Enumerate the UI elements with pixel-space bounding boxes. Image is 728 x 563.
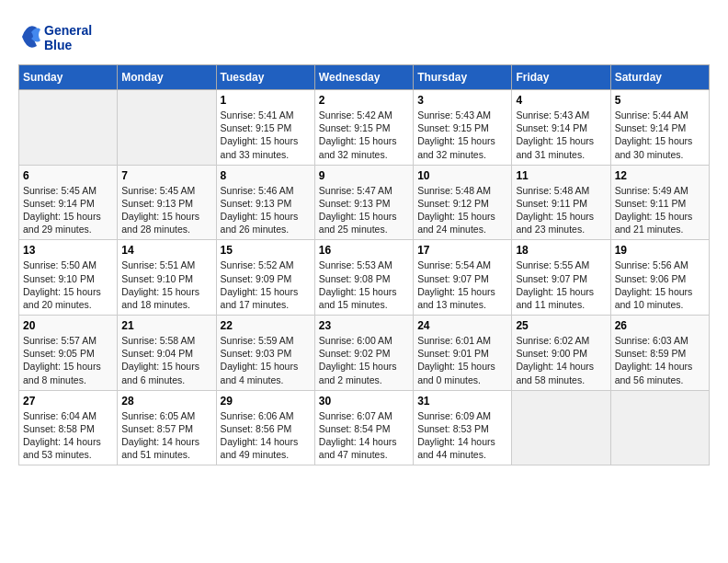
- cell-sun-info: Sunrise: 5:56 AMSunset: 9:06 PMDaylight:…: [615, 259, 705, 311]
- day-number: 18: [516, 244, 606, 257]
- cell-sun-info: Sunrise: 5:45 AMSunset: 9:13 PMDaylight:…: [121, 184, 211, 236]
- day-number: 5: [615, 94, 705, 107]
- cell-sun-info: Sunrise: 5:48 AMSunset: 9:11 PMDaylight:…: [516, 184, 606, 236]
- weekday-header-friday: Friday: [512, 65, 610, 90]
- calendar-week-row: 27Sunrise: 6:04 AMSunset: 8:58 PMDayligh…: [19, 390, 710, 465]
- calendar-cell: 7Sunrise: 5:45 AMSunset: 9:13 PMDaylight…: [118, 165, 216, 240]
- svg-text:Blue: Blue: [44, 38, 73, 52]
- day-number: 10: [417, 169, 507, 182]
- calendar-cell: 16Sunrise: 5:53 AMSunset: 9:08 PMDayligh…: [314, 240, 413, 316]
- day-number: 4: [516, 94, 606, 107]
- weekday-header-saturday: Saturday: [610, 65, 709, 90]
- weekday-header-wednesday: Wednesday: [314, 65, 413, 90]
- calendar-cell: 25Sunrise: 6:02 AMSunset: 9:00 PMDayligh…: [512, 316, 610, 391]
- cell-sun-info: Sunrise: 5:49 AMSunset: 9:11 PMDaylight:…: [615, 184, 705, 236]
- calendar-week-row: 6Sunrise: 5:45 AMSunset: 9:14 PMDaylight…: [19, 165, 710, 240]
- calendar-cell: [19, 90, 118, 166]
- day-number: 29: [221, 395, 311, 408]
- day-number: 3: [417, 94, 507, 107]
- cell-sun-info: Sunrise: 5:48 AMSunset: 9:12 PMDaylight:…: [417, 184, 507, 236]
- cell-sun-info: Sunrise: 5:47 AMSunset: 9:13 PMDaylight:…: [319, 184, 409, 236]
- day-number: 19: [615, 244, 705, 257]
- day-number: 11: [516, 169, 606, 182]
- weekday-header-sunday: Sunday: [19, 65, 118, 90]
- calendar-cell: 26Sunrise: 6:03 AMSunset: 8:59 PMDayligh…: [610, 316, 709, 391]
- cell-sun-info: Sunrise: 5:42 AMSunset: 9:15 PMDaylight:…: [319, 109, 409, 161]
- cell-sun-info: Sunrise: 5:44 AMSunset: 9:14 PMDaylight:…: [615, 109, 705, 161]
- calendar-cell: 8Sunrise: 5:46 AMSunset: 9:13 PMDaylight…: [216, 165, 314, 240]
- cell-sun-info: Sunrise: 6:04 AMSunset: 8:58 PMDaylight:…: [23, 409, 113, 462]
- cell-sun-info: Sunrise: 6:06 AMSunset: 8:56 PMDaylight:…: [221, 409, 311, 462]
- calendar-cell: 22Sunrise: 5:59 AMSunset: 9:03 PMDayligh…: [216, 316, 314, 391]
- day-number: 1: [221, 94, 311, 107]
- cell-sun-info: Sunrise: 5:46 AMSunset: 9:13 PMDaylight:…: [221, 184, 311, 236]
- day-number: 20: [23, 319, 113, 332]
- calendar-cell: 18Sunrise: 5:55 AMSunset: 9:07 PMDayligh…: [512, 240, 610, 316]
- day-number: 2: [319, 94, 409, 107]
- day-number: 28: [121, 395, 211, 408]
- logo-svg: GeneralBlue: [18, 18, 101, 55]
- calendar-cell: 13Sunrise: 5:50 AMSunset: 9:10 PMDayligh…: [19, 240, 118, 316]
- weekday-header-monday: Monday: [118, 65, 216, 90]
- calendar-cell: 14Sunrise: 5:51 AMSunset: 9:10 PMDayligh…: [118, 240, 216, 316]
- cell-sun-info: Sunrise: 5:55 AMSunset: 9:07 PMDaylight:…: [516, 259, 606, 311]
- day-number: 22: [221, 319, 311, 332]
- calendar-cell: 19Sunrise: 5:56 AMSunset: 9:06 PMDayligh…: [610, 240, 709, 316]
- day-number: 14: [121, 244, 211, 257]
- calendar-cell: 27Sunrise: 6:04 AMSunset: 8:58 PMDayligh…: [19, 390, 118, 465]
- calendar-cell: 28Sunrise: 6:05 AMSunset: 8:57 PMDayligh…: [118, 390, 216, 465]
- calendar-table: SundayMondayTuesdayWednesdayThursdayFrid…: [18, 64, 710, 465]
- day-number: 17: [417, 244, 507, 257]
- cell-sun-info: Sunrise: 5:54 AMSunset: 9:07 PMDaylight:…: [417, 259, 507, 311]
- calendar-week-row: 1Sunrise: 5:41 AMSunset: 9:15 PMDaylight…: [19, 90, 710, 166]
- calendar-cell: 6Sunrise: 5:45 AMSunset: 9:14 PMDaylight…: [19, 165, 118, 240]
- calendar-cell: 17Sunrise: 5:54 AMSunset: 9:07 PMDayligh…: [414, 240, 512, 316]
- day-number: 26: [615, 319, 705, 332]
- day-number: 13: [23, 244, 113, 257]
- svg-text:General: General: [44, 23, 92, 38]
- calendar-cell: 3Sunrise: 5:43 AMSunset: 9:15 PMDaylight…: [414, 90, 512, 166]
- day-number: 7: [121, 169, 211, 182]
- cell-sun-info: Sunrise: 5:53 AMSunset: 9:08 PMDaylight:…: [319, 259, 409, 311]
- day-number: 23: [319, 319, 409, 332]
- cell-sun-info: Sunrise: 6:00 AMSunset: 9:02 PMDaylight:…: [319, 334, 409, 386]
- cell-sun-info: Sunrise: 5:43 AMSunset: 9:14 PMDaylight:…: [516, 109, 606, 161]
- cell-sun-info: Sunrise: 6:07 AMSunset: 8:54 PMDaylight:…: [319, 409, 409, 462]
- day-number: 15: [221, 244, 311, 257]
- calendar-cell: [610, 390, 709, 465]
- cell-sun-info: Sunrise: 5:58 AMSunset: 9:04 PMDaylight:…: [121, 334, 211, 386]
- day-number: 12: [615, 169, 705, 182]
- weekday-header-row: SundayMondayTuesdayWednesdayThursdayFrid…: [19, 65, 710, 90]
- calendar-cell: 12Sunrise: 5:49 AMSunset: 9:11 PMDayligh…: [610, 165, 709, 240]
- calendar-cell: 23Sunrise: 6:00 AMSunset: 9:02 PMDayligh…: [314, 316, 413, 391]
- calendar-cell: 24Sunrise: 6:01 AMSunset: 9:01 PMDayligh…: [414, 316, 512, 391]
- cell-sun-info: Sunrise: 5:52 AMSunset: 9:09 PMDaylight:…: [221, 259, 311, 311]
- cell-sun-info: Sunrise: 6:03 AMSunset: 8:59 PMDaylight:…: [615, 334, 705, 386]
- page-header: GeneralBlue: [18, 18, 710, 55]
- calendar-week-row: 13Sunrise: 5:50 AMSunset: 9:10 PMDayligh…: [19, 240, 710, 316]
- cell-sun-info: Sunrise: 5:51 AMSunset: 9:10 PMDaylight:…: [121, 259, 211, 311]
- day-number: 8: [221, 169, 311, 182]
- calendar-cell: 5Sunrise: 5:44 AMSunset: 9:14 PMDaylight…: [610, 90, 709, 166]
- cell-sun-info: Sunrise: 6:02 AMSunset: 9:00 PMDaylight:…: [516, 334, 606, 386]
- cell-sun-info: Sunrise: 5:41 AMSunset: 9:15 PMDaylight:…: [221, 109, 311, 161]
- cell-sun-info: Sunrise: 5:43 AMSunset: 9:15 PMDaylight:…: [417, 109, 507, 161]
- calendar-cell: 11Sunrise: 5:48 AMSunset: 9:11 PMDayligh…: [512, 165, 610, 240]
- calendar-cell: 2Sunrise: 5:42 AMSunset: 9:15 PMDaylight…: [314, 90, 413, 166]
- cell-sun-info: Sunrise: 5:59 AMSunset: 9:03 PMDaylight:…: [221, 334, 311, 386]
- day-number: 9: [319, 169, 409, 182]
- cell-sun-info: Sunrise: 6:09 AMSunset: 8:53 PMDaylight:…: [417, 409, 507, 462]
- calendar-cell: 21Sunrise: 5:58 AMSunset: 9:04 PMDayligh…: [118, 316, 216, 391]
- calendar-cell: 29Sunrise: 6:06 AMSunset: 8:56 PMDayligh…: [216, 390, 314, 465]
- day-number: 24: [417, 319, 507, 332]
- cell-sun-info: Sunrise: 5:50 AMSunset: 9:10 PMDaylight:…: [23, 259, 113, 311]
- cell-sun-info: Sunrise: 5:57 AMSunset: 9:05 PMDaylight:…: [23, 334, 113, 386]
- calendar-cell: 9Sunrise: 5:47 AMSunset: 9:13 PMDaylight…: [314, 165, 413, 240]
- day-number: 31: [417, 395, 507, 408]
- calendar-cell: 15Sunrise: 5:52 AMSunset: 9:09 PMDayligh…: [216, 240, 314, 316]
- weekday-header-thursday: Thursday: [414, 65, 512, 90]
- calendar-cell: [512, 390, 610, 465]
- calendar-cell: 31Sunrise: 6:09 AMSunset: 8:53 PMDayligh…: [414, 390, 512, 465]
- day-number: 30: [319, 395, 409, 408]
- day-number: 25: [516, 319, 606, 332]
